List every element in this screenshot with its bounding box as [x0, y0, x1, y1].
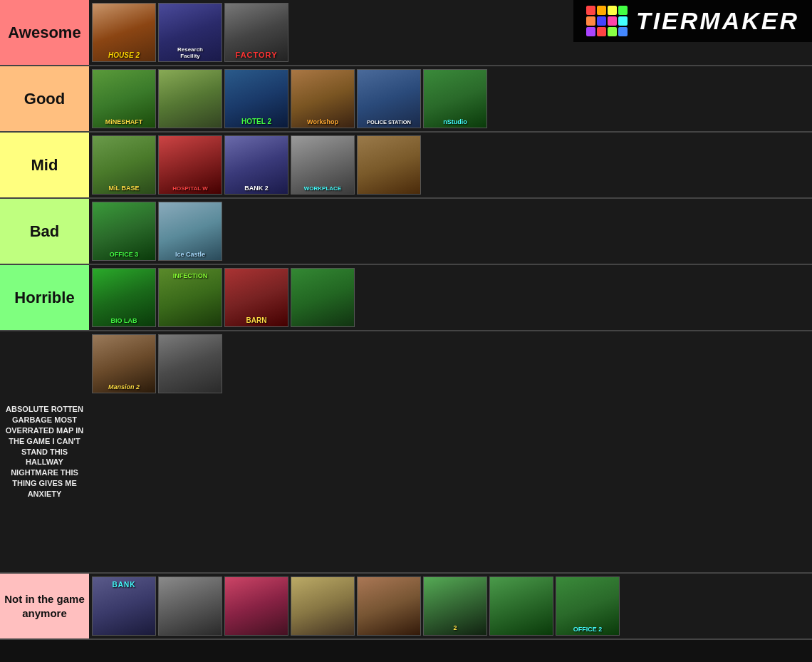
map-workplace[interactable]: WORKPLACE	[291, 135, 355, 195]
map-factory[interactable]: FACTORY	[224, 3, 288, 62]
map-label-icecastle: Ice Castle	[159, 251, 222, 258]
tier-row-mid: Mid MiL BASE HOSPITAL W BANK 2	[0, 133, 812, 199]
tier-items-bad: OFFICE 3 Ice Castle	[89, 199, 812, 264]
map-label-biolab: BIO LAB	[93, 317, 155, 324]
map-label-house2: HOUSE 2	[93, 51, 155, 59]
tier-items-absolute: Mansion 2	[89, 331, 812, 572]
map-label-hospital: HOSPITAL W	[159, 185, 222, 192]
map-gray1[interactable]	[158, 576, 222, 636]
map-label-policestation: POLICE STATION	[358, 119, 420, 125]
map-milbase[interactable]: MiL BASE	[92, 135, 156, 195]
map-label-milbase: MiL BASE	[93, 185, 155, 192]
tier-items-horrible: BIO LAB INFECTION BARN	[89, 265, 812, 330]
map-workshop[interactable]: Workshop	[291, 69, 355, 128]
map-mansion2[interactable]: Mansion 2	[92, 334, 156, 393]
map-door[interactable]	[357, 135, 421, 195]
tier-label-bad: Bad	[0, 199, 89, 264]
map-label-nstudio: nStudio	[424, 118, 486, 125]
tier-items-good: MiNESHAFT HOTEL 2 Workshop	[89, 66, 812, 131]
map-house2[interactable]: HOUSE 2	[92, 3, 156, 62]
map-label-barn: BARN	[225, 316, 288, 324]
map-label-hotel2: HOTEL 2	[225, 118, 288, 125]
map-icecastle[interactable]: Ice Castle	[158, 202, 222, 261]
map-infection[interactable]: INFECTION	[158, 268, 222, 327]
map-label-bank: BANK	[93, 581, 155, 589]
map-label-factory: FACTORY	[225, 51, 288, 59]
map-train[interactable]	[291, 268, 355, 327]
tier-label-mid: Mid	[0, 133, 89, 197]
map-green1[interactable]: 2	[423, 576, 487, 636]
map-nstudio[interactable]: nStudio	[423, 69, 487, 128]
tier-row-horrible: Horrible BIO LAB INFECTION BARN	[0, 265, 812, 331]
map-office2[interactable]: OFFICE 2	[556, 576, 620, 636]
map-label-workshop: Workshop	[291, 118, 354, 125]
map-biolab[interactable]: BIO LAB	[92, 268, 156, 327]
tier-label-notingame: Not in the game anymore	[0, 574, 89, 638]
map-bank2[interactable]: BANK 2	[224, 135, 288, 195]
tier-row-good: Good MiNESHAFT HOTEL 2	[0, 66, 812, 133]
map-office3[interactable]: OFFICE 3	[92, 202, 156, 261]
map-hospital[interactable]: HOSPITAL W	[158, 135, 222, 195]
tier-label-absolute: ABSOLUTE ROTTEN GARBAGE MOST OVERRATED M…	[0, 331, 89, 572]
map-label-mansion2: Mansion 2	[93, 383, 155, 391]
map-brown1[interactable]	[357, 576, 421, 636]
tier-label-awesome: Awesome	[0, 0, 89, 65]
tier-items-notingame: BANK	[89, 574, 812, 638]
map-barn[interactable]: BARN	[224, 268, 288, 327]
map-label-office2: OFFICE 2	[556, 626, 619, 633]
map-pink1[interactable]	[224, 576, 288, 636]
map-label-office3: OFFICE 3	[93, 251, 155, 258]
map-policestation[interactable]: POLICE STATION	[357, 69, 421, 128]
map-bank-old[interactable]: BANK	[92, 576, 156, 636]
map-mansion2b[interactable]	[158, 334, 222, 393]
map-label-bank2: BANK 2	[225, 185, 288, 192]
map-label-workplace: WORKPLACE	[291, 185, 354, 192]
map-label-research: ResearchFacility	[159, 46, 222, 59]
tier-list: Awesome HOUSE 2 ResearchFacility FACTORY	[0, 0, 812, 640]
map-tan1[interactable]	[291, 576, 355, 636]
tiermaker-header: TiERMAKER	[573, 0, 812, 42]
tier-label-good: Good	[0, 66, 89, 131]
tier-row-absolute: ABSOLUTE ROTTEN GARBAGE MOST OVERRATED M…	[0, 331, 812, 574]
tier-label-horrible: Horrible	[0, 265, 89, 330]
map-chalet[interactable]	[158, 69, 222, 128]
map-label-mineshaft: MiNESHAFT	[93, 118, 155, 125]
logo-grid	[586, 6, 628, 36]
map-label-infection: INFECTION	[159, 272, 222, 279]
map-mineshaft[interactable]: MiNESHAFT	[92, 69, 156, 128]
tier-items-mid: MiL BASE HOSPITAL W BANK 2 WORKPLACE	[89, 133, 812, 197]
tier-row-bad: Bad OFFICE 3 Ice Castle	[0, 199, 812, 265]
map-green2[interactable]	[489, 576, 553, 636]
tier-row-notingame: Not in the game anymore BANK	[0, 574, 812, 640]
map-hotel2[interactable]: HOTEL 2	[224, 69, 288, 128]
map-research-facility[interactable]: ResearchFacility	[158, 3, 222, 62]
tiermaker-title: TiERMAKER	[636, 7, 799, 35]
